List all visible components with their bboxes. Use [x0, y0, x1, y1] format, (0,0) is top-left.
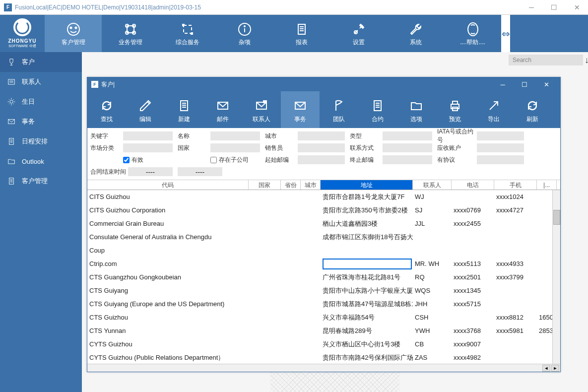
subwin-maximize[interactable]: ☐	[515, 81, 534, 88]
table-row[interactable]: CYTS Guizhou兴义市栖山区中心街1号3楼CBxxxx9007	[87, 337, 560, 351]
search-dropdown-icon[interactable]: ↓	[585, 55, 588, 65]
subwin-minimize[interactable]: ─	[493, 81, 513, 88]
sidebar-item-2[interactable]: 生日	[0, 92, 82, 112]
table-row[interactable]: CYTS Guizhou (Public Relations Departmen…	[87, 351, 560, 364]
inp-endzip[interactable]	[383, 155, 432, 164]
table-row[interactable]: CITS Guizhou贵阳市合群路1号龙泉大厦7FWJxxxx1024	[87, 190, 560, 203]
table-row[interactable]: CTS Guizhou兴义市幸福路54号CSHxxxx88121650	[87, 311, 560, 324]
sb-label: Outlook	[22, 158, 44, 165]
col-more[interactable]: |...	[537, 180, 557, 190]
stb-label: 联系人	[253, 115, 270, 124]
col-country[interactable]: 国家	[249, 180, 281, 190]
inp-agreement[interactable]	[477, 155, 524, 164]
chk-hassub[interactable]	[210, 157, 217, 163]
cell-tel: xxxx2455	[452, 220, 494, 227]
sub-tb-8[interactable]: 选项	[397, 91, 436, 128]
subwin-close[interactable]: ✕	[536, 81, 556, 88]
vscrollbar[interactable]	[552, 190, 560, 364]
minimize-button[interactable]: ─	[525, 3, 538, 11]
sb-label: 客户管理	[22, 177, 48, 186]
lbl-endzip: 终止邮编	[350, 156, 382, 164]
table-row[interactable]: Coup	[87, 244, 560, 257]
col-tel[interactable]: 电话	[452, 180, 494, 190]
cell-contact: YWH	[413, 327, 452, 334]
sub-tb-5[interactable]: 事务	[281, 91, 320, 128]
sub-tb-7[interactable]: 合约	[358, 91, 397, 128]
search-input[interactable]: Search	[509, 55, 583, 65]
col-address[interactable]: 地址	[321, 180, 413, 190]
inp-contactway[interactable]	[383, 143, 432, 152]
inp-salesman[interactable]	[298, 143, 345, 152]
inp-date-to[interactable]	[178, 167, 222, 176]
table-row[interactable]: CTS Guangzhou Gongkoubeian广州省珠海市桂花北路81号R…	[87, 270, 560, 284]
col-contact[interactable]: 联系人	[413, 180, 452, 190]
sub-tb-10[interactable]: 导出	[474, 91, 513, 128]
hscrollbar[interactable]: ◄ ►	[87, 364, 560, 372]
col-province[interactable]: 省份	[281, 180, 301, 190]
table-row[interactable]: CTS Yunnan昆明春城路289号YWHxxxx3768xxxx598128…	[87, 324, 560, 337]
col-code[interactable]: 代码	[87, 180, 249, 190]
inp-type[interactable]	[383, 131, 432, 140]
cell-contact: ZAS	[413, 354, 452, 361]
sub-tb-11[interactable]: 刷新	[513, 91, 552, 128]
inp-date-from[interactable]	[128, 167, 173, 176]
lbl-keyword: 关键字	[90, 132, 122, 140]
cell-code: CTS Guangzhou Gongkoubeian	[87, 273, 249, 281]
sub-tb-3[interactable]: 邮件	[203, 91, 242, 128]
sidebar-item-0[interactable]: 客户	[0, 52, 82, 72]
sidebar-item-1[interactable]: 联系人	[0, 72, 82, 92]
inp-name[interactable]	[210, 131, 260, 140]
table-row[interactable]: CTS Guiyang贵阳市中山东路小十字银座大厦17FWQSxxxx1345	[87, 284, 560, 297]
sub-tb-4[interactable]: 联系人	[242, 91, 281, 128]
cell-code: Consulate General of Australia in Chengd…	[87, 233, 249, 241]
chk-valid[interactable]	[123, 157, 130, 163]
inp-keyword[interactable]	[123, 131, 173, 140]
folder-icon	[408, 96, 424, 115]
sub-tb-6[interactable]: 团队	[320, 91, 358, 128]
inp-country[interactable]	[210, 143, 260, 152]
table-row[interactable]: CITS Guizhou Corporation贵阳市北京路350号市旅委2楼S…	[87, 203, 560, 217]
cell-mobile: xxxx8812	[494, 314, 537, 321]
table-row[interactable]: Ctrip.comMR. WHxxxx5113xxxx4933	[87, 257, 560, 270]
inp-city[interactable]	[298, 131, 345, 140]
scroll-right[interactable]: ►	[551, 365, 559, 372]
sidebar-item-4[interactable]: 日程安排	[0, 131, 82, 151]
sub-tb-1[interactable]: 编辑	[126, 91, 165, 128]
resize-handle[interactable]: ⇔	[501, 15, 510, 52]
inp-market[interactable]	[123, 143, 173, 152]
main-tb-3[interactable]: 杂项	[216, 15, 273, 52]
inp-account[interactable]	[477, 143, 524, 152]
main-tb-0[interactable]: 客户管理	[45, 15, 102, 52]
table-row[interactable]: Consulate General of Australia in Chengd…	[87, 230, 560, 244]
sidebar-item-5[interactable]: Outlook	[0, 151, 82, 171]
col-city[interactable]: 城市	[301, 180, 321, 190]
col-mobile[interactable]: 手机	[494, 180, 537, 190]
main-tb-2[interactable]: 综合服务	[159, 15, 216, 52]
sub-tb-2[interactable]: 新建	[165, 91, 203, 128]
inp-iata[interactable]	[477, 131, 524, 140]
selected-cell[interactable]	[323, 259, 412, 269]
close-button[interactable]: ✕	[570, 3, 584, 11]
sidebar-item-6[interactable]: 客户管理	[0, 171, 82, 191]
main-tb-6[interactable]: 系统	[387, 15, 444, 52]
app-icon: F	[4, 3, 12, 11]
pencil-icon	[137, 96, 153, 115]
main-tb-1[interactable]: 业务管理	[102, 15, 159, 52]
stb-label: 编辑	[139, 115, 151, 124]
sub-tb-9[interactable]: 预览	[436, 91, 474, 128]
sub-tb-0[interactable]: 查找	[87, 91, 126, 128]
table-row[interactable]: CTS Guiyang (Europe and the US Departmen…	[87, 297, 560, 311]
gear-icon	[6, 96, 17, 107]
maximize-button[interactable]: ☐	[547, 3, 561, 11]
lbl-contractend: 合同结束时间	[90, 168, 127, 176]
table-row[interactable]: Commercial Grain Bureau栖山大道鑫栖园3楼JJLxxxx2…	[87, 217, 560, 230]
sidebar-item-3[interactable]: 事务	[0, 112, 82, 131]
main-tb-7[interactable]: ....帮助....	[444, 15, 501, 52]
inp-startzip[interactable]	[298, 155, 345, 164]
main-tb-4[interactable]: 报表	[273, 15, 330, 52]
scroll-left[interactable]: ◄	[542, 365, 550, 372]
main-tb-5[interactable]: 设置	[330, 15, 387, 52]
svg-rect-40	[263, 101, 266, 103]
sub-tb-12[interactable]: 类	[552, 91, 560, 128]
cell-address: 贵阳市北京路350号市旅委2楼	[321, 206, 413, 215]
